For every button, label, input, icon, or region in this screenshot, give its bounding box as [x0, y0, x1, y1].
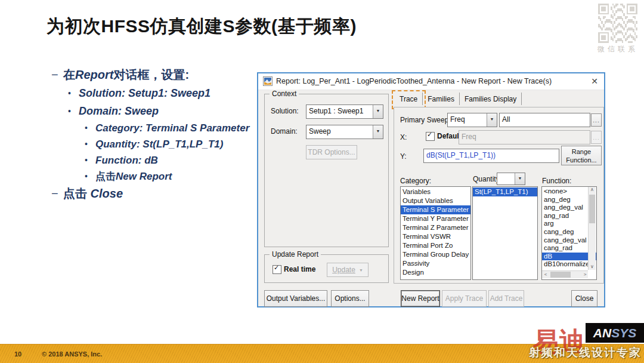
x-more-button[interactable]: ...	[591, 131, 602, 144]
note-em: Function: dB	[95, 155, 158, 166]
list-item[interactable]: Output Variables	[401, 196, 470, 205]
note-em: Solution: Setup1: Sweep1	[79, 87, 210, 99]
list-item[interactable]: Terminal Port Zo	[401, 241, 470, 250]
page-title: 为初次HFSS仿真创建S参数(基于频率)	[47, 14, 357, 39]
note-line: •Function: dB	[85, 152, 249, 168]
dot-bullet: •	[85, 136, 95, 152]
tdr-options-button[interactable]: TDR Options...	[306, 145, 357, 159]
update-button[interactable]: Update ▼	[327, 263, 369, 277]
function-vertical-scrollbar[interactable]: ∧ ∨	[588, 187, 596, 270]
function-horizontal-scrollbar[interactable]: < >	[542, 270, 588, 278]
update-report-group-label: Update Report	[270, 250, 321, 259]
update-button-label: Update	[332, 266, 355, 274]
sweep-range-more-button[interactable]: ...	[591, 113, 602, 127]
dialog-title: Report: Log_Per_Ant1 - LogPeriodicToothe…	[276, 77, 552, 85]
note-line: −在Report对话框，设置:	[51, 66, 249, 84]
list-item[interactable]: Terminal Group Delay	[401, 250, 470, 259]
note-em: Quantity: St(LP_T1,LP_T1)	[95, 139, 223, 150]
qr-caption: 微信联系	[596, 44, 639, 54]
dot-bullet: •	[85, 168, 95, 184]
real-time-label: Real time	[284, 265, 315, 273]
scroll-down-icon[interactable]: ∨	[589, 264, 596, 270]
page-number: 10	[14, 350, 21, 358]
check-icon: ✓	[274, 264, 279, 272]
dot-bullet: •	[68, 102, 79, 120]
note-line: •点击New Report	[85, 168, 249, 184]
solution-label: Solution:	[271, 107, 299, 115]
scroll-left-icon[interactable]: <	[542, 272, 549, 278]
tab-families[interactable]: Families	[423, 93, 460, 105]
category-label: Category:	[400, 177, 431, 185]
list-item[interactable]: Passivity	[401, 259, 470, 268]
real-time-checkbox[interactable]: ✓	[273, 265, 281, 274]
x-default-checkbox[interactable]: ✓	[426, 132, 435, 141]
dropdown-value: Freq	[450, 115, 465, 124]
ansys-logo: ANSYS	[586, 323, 644, 343]
list-item[interactable]: Terminal S Parameter	[401, 205, 470, 214]
category-list[interactable]: VariablesOutput VariablesTerminal S Para…	[400, 186, 471, 280]
primary-sweep-label: Primary Sweep:	[400, 116, 451, 124]
range-function-button[interactable]: Range Function...	[561, 146, 602, 165]
dot-bullet: •	[85, 120, 95, 136]
domain-label: Domain:	[271, 127, 298, 136]
chevron-down-icon[interactable]: ▼	[515, 173, 525, 184]
add-trace-button[interactable]: Add Trace	[488, 290, 524, 307]
tab-families-display[interactable]: Families Display	[460, 93, 522, 105]
note-line: −点击 Close	[51, 184, 249, 203]
quantity-dropdown[interactable]: ▼	[497, 173, 525, 185]
wechat-qr-icon	[598, 4, 637, 43]
slide-canvas: 为初次HFSS仿真创建S参数(基于频率) 微信联系 −在Report对话框，设置…	[0, 0, 644, 363]
dot-bullet: •	[68, 84, 79, 102]
note-em: Category: Terminal S Parameter	[95, 122, 249, 134]
list-item[interactable]: Design	[401, 268, 470, 277]
copyright-text: © 2018 ANSYS, Inc.	[42, 350, 102, 358]
note-text: 点击	[63, 187, 91, 200]
note-em: Domain: Sweep	[79, 105, 159, 117]
dropdown-value: Setup1 : Sweep1	[309, 107, 363, 115]
close-button[interactable]: Close	[571, 290, 597, 307]
list-item[interactable]: Terminal Z Parameter	[401, 223, 470, 232]
note-line: •Domain: Sweep	[68, 102, 249, 120]
chevron-down-icon[interactable]: ▼	[373, 105, 383, 118]
scroll-right-icon[interactable]: >	[582, 272, 588, 278]
chevron-down-icon: ▼	[359, 268, 363, 272]
output-variables-button[interactable]: Output Variables...	[264, 290, 327, 307]
trace-tab-page: Primary Sweep: Freq ▼ All ... X: ✓ Defau…	[394, 107, 604, 284]
report-dialog: Report: Log_Per_Ant1 - LogPeriodicToothe…	[257, 72, 605, 307]
new-report-button[interactable]: New Report	[401, 290, 440, 307]
note-text: 在	[63, 68, 75, 81]
chevron-down-icon[interactable]: ▼	[373, 125, 383, 139]
dash-bullet: −	[51, 66, 63, 84]
dialog-titlebar[interactable]: Report: Log_Per_Ant1 - LogPeriodicToothe…	[258, 73, 604, 90]
list-item[interactable]: Variables	[401, 187, 470, 196]
solution-dropdown[interactable]: Setup1 : Sweep1 ▼	[306, 104, 383, 119]
note-line: •Solution: Setup1: Sweep1	[68, 84, 249, 102]
chevron-down-icon[interactable]: ▼	[487, 113, 497, 127]
y-value-field[interactable]: dB(St(LP_T1,LP_T1))	[423, 149, 559, 163]
list-item[interactable]: St(LP_T1,LP_T1)	[473, 187, 537, 196]
notes-list: −在Report对话框，设置: •Solution: Setup1: Sweep…	[51, 66, 249, 203]
primary-sweep-dropdown[interactable]: Freq ▼	[447, 113, 497, 127]
dialog-body: Context Solution: Setup1 : Sweep1 ▼ Doma…	[258, 90, 604, 306]
y-axis-label: Y:	[400, 152, 407, 161]
options-button[interactable]: Options...	[331, 290, 369, 307]
note-line: •Category: Terminal S Parameter	[85, 120, 249, 136]
dropdown-value: Sweep	[309, 127, 331, 136]
vertical-scrollbar-thumb[interactable]	[589, 195, 595, 223]
scroll-up-icon[interactable]: ∧	[589, 187, 596, 193]
check-icon: ✓	[427, 131, 432, 139]
list-item[interactable]: Terminal Y Parameter	[401, 214, 470, 223]
horizontal-scrollbar-thumb[interactable]	[550, 272, 571, 278]
note-text: 对话框，设置:	[113, 68, 189, 81]
list-item[interactable]: Terminal VSWR	[401, 232, 470, 241]
apply-trace-button[interactable]: Apply Trace	[442, 290, 487, 307]
dot-bullet: •	[85, 152, 95, 168]
close-icon[interactable]: ✕	[591, 76, 598, 86]
wechat-qr: 微信联系	[596, 4, 639, 54]
sweep-range-field[interactable]: All	[499, 113, 590, 127]
domain-dropdown[interactable]: Sweep ▼	[306, 125, 383, 139]
note-em: Close	[91, 187, 123, 200]
dash-bullet: −	[51, 184, 63, 203]
ansys-logo-an: AN	[593, 326, 611, 340]
quantity-list[interactable]: St(LP_T1,LP_T1)	[472, 186, 538, 280]
